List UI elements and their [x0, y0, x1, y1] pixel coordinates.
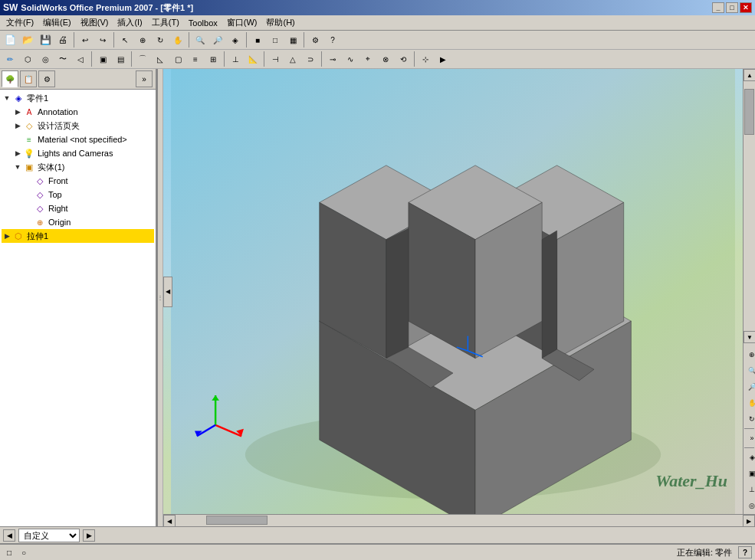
help-button[interactable]: ? — [738, 546, 752, 558]
rtb-rotate[interactable]: ↻ — [744, 411, 755, 427]
scroll-thumb-h[interactable] — [206, 516, 268, 525]
tb-save[interactable]: 💾 — [37, 31, 54, 48]
tb-pan[interactable]: ✋ — [169, 31, 186, 48]
rtb-zoomin[interactable]: 🔍 — [744, 363, 755, 378]
rtb-realview[interactable]: ◎ — [744, 498, 755, 513]
maximize-button[interactable]: □ — [726, 2, 738, 13]
tab-config[interactable]: ⚙ — [38, 70, 55, 87]
close-button[interactable]: ✕ — [740, 2, 752, 13]
tb-chamfer[interactable]: ◺ — [152, 51, 169, 67]
tab-tree[interactable]: 🌳 — [2, 70, 18, 87]
tb-explode[interactable]: ⊹ — [417, 51, 434, 67]
tb-mirror[interactable]: ⊣ — [267, 51, 284, 67]
menu-view[interactable]: 视图(V) — [76, 15, 113, 30]
expand-design[interactable]: ▶ — [12, 120, 23, 131]
tb-rotate[interactable]: ↻ — [152, 31, 169, 48]
tb-hidden[interactable]: ▦ — [284, 31, 301, 48]
menu-window[interactable]: 窗口(W) — [222, 15, 262, 30]
tree-item-extrude1[interactable]: ▶ ⬡ 拉伸1 — [2, 229, 154, 243]
tb-select[interactable]: ↖ — [117, 31, 133, 48]
status-icon-2[interactable]: ○ — [18, 546, 30, 558]
tb-zoom-in[interactable]: 🔍 — [192, 31, 208, 48]
tb-open[interactable]: 📂 — [19, 31, 36, 48]
tree-label-design: 设计活页夹 — [38, 120, 80, 132]
tb-options[interactable]: ⚙ — [307, 31, 323, 48]
scroll-left-btn[interactable]: ◀ — [163, 515, 176, 527]
tree-item-solid[interactable]: ▼ ▣ 实体(1) — [2, 160, 154, 174]
scroll-down-btn[interactable]: ▼ — [744, 331, 755, 343]
bottom-next-btn[interactable]: ▶ — [83, 529, 95, 542]
expand-solid[interactable]: ▼ — [12, 162, 23, 172]
rtb-view[interactable]: ▣ — [744, 466, 755, 481]
tb-ref-geom[interactable]: ⊸ — [324, 51, 341, 67]
rtb-fit[interactable]: ⊕ — [744, 347, 755, 362]
tb-shaded[interactable]: ■ — [249, 31, 266, 48]
rtb-pan[interactable]: ✋ — [744, 395, 755, 411]
scroll-up-btn[interactable]: ▲ — [744, 69, 755, 81]
menu-tools[interactable]: 工具(T) — [147, 15, 184, 30]
expand-root[interactable]: ▼ — [2, 93, 12, 103]
tb-view3d[interactable]: ◈ — [227, 31, 244, 48]
tb-measure[interactable]: 📐 — [245, 51, 261, 67]
tb-sketch[interactable]: ✏ — [2, 51, 18, 67]
tb-redo[interactable]: ↪ — [94, 31, 111, 48]
tb-move[interactable]: ⟲ — [395, 51, 412, 67]
tb-cut-rev[interactable]: ▤ — [112, 51, 129, 67]
tb-help[interactable]: ? — [324, 31, 341, 48]
status-icon-1[interactable]: □ — [3, 546, 15, 558]
tb-wrap[interactable]: ⊗ — [377, 51, 394, 67]
rtb-3d[interactable]: ◈ — [744, 450, 755, 465]
tree-item-root[interactable]: ▼ ◈ 零件1 — [2, 91, 154, 105]
3d-viewport[interactable]: Water_Hu ◀ — [163, 69, 743, 514]
bottom-prev-btn[interactable]: ◀ — [3, 529, 15, 542]
tree-item-origin[interactable]: ▶ ⊕ Origin — [2, 215, 154, 229]
expand-panel-btn[interactable]: » — [136, 70, 153, 87]
tree-item-annotation[interactable]: ▶ A Annotation — [2, 105, 154, 119]
tree-item-material[interactable]: ▶ ≡ Material <not specified> — [2, 133, 154, 146]
tb-new[interactable]: 📄 — [2, 31, 18, 48]
tree-item-lights[interactable]: ▶ 💡 Lights and Cameras — [2, 146, 154, 160]
tb-undo[interactable]: ↩ — [77, 31, 94, 48]
rtb-zoomout[interactable]: 🔎 — [744, 379, 755, 395]
expand-extrude1[interactable]: ▶ — [2, 231, 12, 241]
menu-insert[interactable]: 插入(I) — [113, 15, 146, 30]
tb-offset[interactable]: ⊃ — [302, 51, 319, 67]
tb-weld[interactable]: ⌖ — [359, 51, 376, 67]
expand-annotation[interactable]: ▶ — [12, 106, 23, 117]
tree-item-right[interactable]: ▶ ◇ Right — [2, 201, 154, 215]
tree-item-top[interactable]: ▶ ◇ Top — [2, 188, 154, 201]
tb-rib[interactable]: ≡ — [187, 51, 204, 67]
tb-shell[interactable]: ▢ — [169, 51, 186, 67]
tab-properties[interactable]: 📋 — [20, 70, 37, 87]
rtb-section[interactable]: ⊥ — [744, 482, 755, 497]
tb-print[interactable]: 🖨 — [54, 31, 71, 48]
tb-mate[interactable]: ⊥ — [227, 51, 244, 67]
tb-sweep[interactable]: 〜 — [54, 51, 71, 67]
tb-sim[interactable]: ▶ — [435, 51, 451, 67]
tb-draft[interactable]: △ — [284, 51, 301, 67]
view-selector[interactable]: 自定义 标准 — [18, 529, 80, 542]
tb-extrude[interactable]: ⬡ — [19, 51, 36, 67]
tb-fillet[interactable]: ⌒ — [134, 51, 151, 67]
scroll-thumb-v[interactable] — [744, 89, 754, 135]
tb-zoom-fit[interactable]: ⊕ — [134, 31, 151, 48]
tb-wireframe[interactable]: □ — [267, 31, 284, 48]
tb-cut-ex[interactable]: ▣ — [94, 51, 111, 67]
rtb-expand[interactable]: » — [744, 431, 755, 446]
panel-resize-handle[interactable]: ⋮ — [157, 69, 163, 526]
tree-item-front[interactable]: ▶ ◇ Front — [2, 174, 154, 188]
menu-help[interactable]: 帮助(H) — [261, 15, 299, 30]
expand-lights[interactable]: ▶ — [12, 148, 23, 159]
tb-pattern[interactable]: ⊞ — [205, 51, 222, 67]
tree-item-design[interactable]: ▶ ◇ 设计活页夹 — [2, 119, 154, 133]
tb-loft[interactable]: ◁ — [72, 51, 89, 67]
tb-revolve[interactable]: ◎ — [37, 51, 54, 67]
minimize-button[interactable]: _ — [712, 2, 724, 13]
tb-curves[interactable]: ∿ — [342, 51, 359, 67]
tb-zoom-out[interactable]: 🔎 — [209, 31, 226, 48]
menu-edit[interactable]: 编辑(E) — [38, 15, 76, 30]
menu-file[interactable]: 文件(F) — [2, 15, 38, 30]
viewport-collapse-left[interactable]: ◀ — [163, 277, 172, 307]
menu-toolbox[interactable]: Toolbox — [184, 17, 222, 29]
scroll-right-btn[interactable]: ▶ — [743, 515, 755, 527]
